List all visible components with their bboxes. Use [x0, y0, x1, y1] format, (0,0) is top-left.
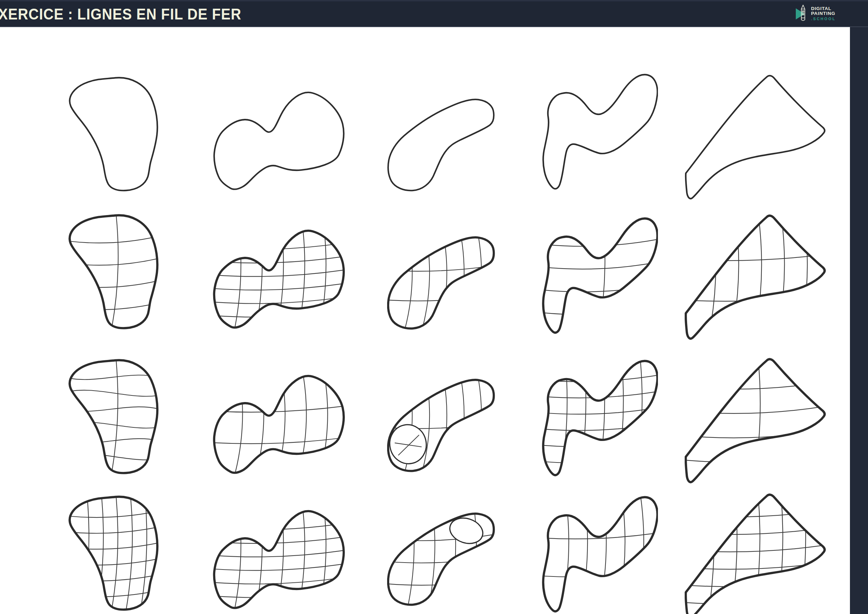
contour-line: [63, 438, 164, 443]
drawing-fin-blob-row2: [685, 210, 826, 340]
contour-line: [776, 489, 783, 614]
contour-line: [685, 544, 826, 552]
contour-line: [255, 506, 262, 612]
drawing-wave-blob-row2: [540, 215, 658, 336]
contour-line: [456, 375, 464, 474]
cell-r1-c1: [62, 73, 167, 198]
cell-r2-c2: [212, 218, 351, 331]
header-bar: XERCICE : LIGNES EN FIL DE FER DIGITAL P…: [0, 0, 868, 27]
shape-outline: [543, 497, 657, 612]
contour-line: [540, 284, 658, 292]
logo-stylus-icon: [798, 4, 808, 23]
cell-r4-c1: [62, 492, 167, 614]
shape-outline: [543, 75, 657, 189]
contour-line: [140, 492, 147, 614]
contour-line: [63, 422, 164, 428]
contour-line: [579, 493, 587, 614]
contour-line: [63, 390, 164, 396]
window-top-edge: [0, 0, 868, 2]
contour-line: [598, 493, 606, 614]
contour-line: [685, 510, 826, 517]
contour-line: [212, 437, 350, 443]
contour-line: [540, 455, 658, 463]
app-window: XERCICE : LIGNES EN FIL DE FER DIGITAL P…: [0, 0, 868, 614]
contour-line: [276, 506, 283, 612]
drawing-bean-blob-row4: [387, 500, 502, 608]
shape-outline: [388, 237, 494, 328]
cell-r1-c2: [212, 79, 351, 193]
drawing-fin-blob-row1: [685, 70, 826, 201]
cell-r3-c1: [62, 356, 167, 480]
contour-line: [421, 232, 429, 331]
contour-line: [212, 590, 350, 597]
page-title: XERCICE : LIGNES EN FIL DE FER: [0, 6, 241, 23]
cell-r2-c3: [387, 224, 502, 331]
cell-r1-c4: [540, 71, 658, 193]
contour-line: [298, 506, 304, 612]
cell-r4-c4: [540, 493, 658, 614]
contour-line: [63, 235, 164, 243]
drawing-fin-blob-row4: [685, 488, 826, 614]
contour-line: [560, 357, 567, 479]
contour-line: [579, 357, 586, 479]
contour-line: [111, 356, 118, 479]
contour-line: [685, 254, 826, 261]
contour-line: [730, 210, 739, 340]
cell-r1-c5: [685, 70, 826, 201]
contour-line: [319, 371, 328, 477]
contour-line: [212, 283, 350, 290]
contour-line: [212, 563, 350, 570]
contour-line: [560, 493, 569, 614]
contour-line: [63, 542, 164, 549]
contour-line: [212, 522, 350, 530]
drawing-bean-blob-row2: [387, 224, 502, 331]
cell-r3-c4: [540, 357, 658, 479]
drawing-bean-blob-row1: [387, 85, 502, 194]
contour-line: [685, 405, 826, 413]
contour-line: [598, 357, 604, 479]
contour-line: [473, 232, 481, 331]
contour-line: [276, 371, 285, 477]
contour-line: [255, 371, 264, 477]
contour-line: [319, 226, 326, 331]
contour-line: [616, 357, 623, 479]
cell-r2-c1: [62, 211, 167, 336]
contour-line: [212, 549, 350, 556]
contour-line: [540, 390, 658, 398]
contour-line: [63, 257, 164, 265]
cell-r1-c3: [387, 85, 502, 194]
shape-outline: [214, 376, 344, 473]
contour-line: [685, 381, 826, 389]
contour-line: [111, 492, 118, 614]
right-side-panel: [850, 27, 868, 614]
cell-r3-c2: [212, 363, 351, 477]
contour-line: [319, 506, 326, 612]
cell-r3-c3: [387, 366, 502, 474]
contour-line: [473, 375, 481, 474]
drawing-bean-blob-row3: [387, 366, 502, 474]
contour-line: [63, 574, 164, 581]
contour-line: [255, 226, 262, 331]
logo-line3: .SCHOOL: [811, 16, 836, 21]
contour-line: [685, 579, 826, 587]
drawing-cap-blob-row4: [62, 492, 167, 614]
contour-line: [63, 558, 164, 565]
shape-outline: [686, 495, 825, 614]
shape-outline: [70, 215, 157, 328]
contour-line: [798, 210, 808, 340]
drawing-cap-blob-row1: [62, 73, 167, 198]
shape-outline: [686, 76, 825, 199]
contour-line: [387, 294, 500, 301]
drawing-peanut-blob-row4: [212, 498, 351, 612]
drawing-wave-blob-row4: [540, 493, 658, 614]
drawing-wave-blob-row1: [540, 71, 658, 193]
contour-line: [798, 489, 806, 614]
contour-line: [212, 269, 350, 276]
contour-line: [456, 232, 464, 331]
logo-line1: DIGITAL: [811, 6, 836, 11]
contour-line: [96, 492, 103, 614]
cell-r3-c5: [685, 353, 826, 484]
contour-line: [234, 226, 241, 331]
cell-r4-c3: [387, 500, 502, 608]
drawing-cap-blob-row3: [62, 356, 167, 480]
